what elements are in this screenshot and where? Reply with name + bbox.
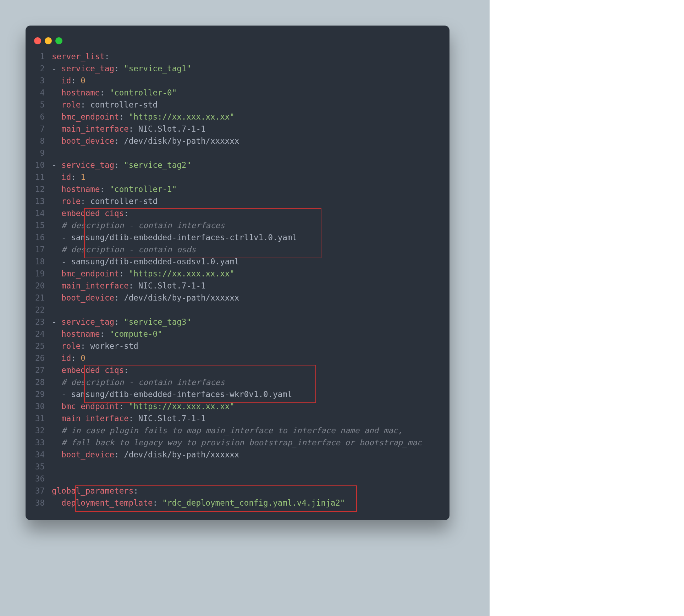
code-token: :	[81, 341, 90, 351]
code-line: 38 deployment_template: "rdc_deployment_…	[26, 498, 449, 510]
line-content: boot_device: /dev/disk/by-path/xxxxxx	[52, 293, 449, 302]
line-content: bmc_endpoint: "https://xx.xxx.xx.xx"	[52, 402, 449, 411]
code-token: "https://xx.xxx.xx.xx"	[129, 269, 235, 278]
code-line: 13 role: controller-std	[26, 197, 449, 209]
code-token	[52, 76, 61, 85]
code-token: "rdc_deployment_config.yaml.v4.jinja2"	[162, 498, 345, 507]
code-token: "service_tag3"	[124, 317, 191, 326]
line-content: - service_tag: "service_tag3"	[52, 317, 449, 326]
code-token: /dev/disk/by-path/xxxxxx	[124, 293, 239, 302]
code-line: 6 bmc_endpoint: "https://xx.xxx.xx.xx"	[26, 112, 449, 124]
code-token: :	[114, 136, 124, 145]
line-content: bmc_endpoint: "https://xx.xxx.xx.xx"	[52, 269, 449, 278]
line-content: - service_tag: "service_tag2"	[52, 160, 449, 170]
code-line: 34 boot_device: /dev/disk/by-path/xxxxxx	[26, 450, 449, 462]
code-line: 21 boot_device: /dev/disk/by-path/xxxxxx	[26, 293, 449, 305]
code-line: 35	[26, 462, 449, 474]
code-token: main_interface	[61, 414, 129, 423]
line-content: id: 0	[52, 353, 449, 363]
code-line: 12 hostname: "controller-1"	[26, 185, 449, 197]
code-token: id	[61, 172, 71, 182]
code-token: 1	[81, 172, 86, 182]
code-token: # in case plugin fails to map main_inter…	[61, 426, 403, 435]
code-token: # fall back to legacy way to provision b…	[61, 438, 422, 447]
code-line: 27 embedded_ciqs:	[26, 365, 449, 378]
line-content: # description - contain interfaces	[52, 378, 449, 387]
line-number: 25	[26, 341, 52, 351]
code-token: :	[119, 112, 129, 121]
code-line: 33 # fall back to legacy way to provisio…	[26, 438, 449, 450]
code-line: 36	[26, 474, 449, 486]
line-content: boot_device: /dev/disk/by-path/xxxxxx	[52, 136, 449, 145]
code-line: 5 role: controller-std	[26, 100, 449, 112]
code-token: :	[129, 414, 138, 423]
code-token: NIC.Slot.7-1-1	[138, 124, 206, 133]
line-number: 6	[26, 112, 52, 121]
line-content: id: 1	[52, 172, 449, 182]
maximize-icon[interactable]	[55, 37, 62, 44]
code-token: :	[133, 486, 138, 495]
code-token	[52, 136, 61, 145]
code-token: 0	[81, 353, 86, 363]
code-token: hostname	[61, 185, 100, 194]
line-content: # description - contain osds	[52, 245, 449, 254]
line-number: 22	[26, 305, 52, 314]
code-token: # description - contain interfaces	[61, 378, 225, 387]
code-token: boot_device	[61, 293, 114, 302]
line-number: 23	[26, 317, 52, 326]
code-token: bmc_endpoint	[61, 112, 119, 121]
code-token: -	[52, 64, 61, 73]
line-content: boot_device: /dev/disk/by-path/xxxxxx	[52, 450, 449, 459]
line-number: 18	[26, 257, 52, 266]
code-token: :	[114, 317, 124, 326]
line-content: hostname: "controller-1"	[52, 185, 449, 194]
code-token: controller-std	[90, 197, 158, 206]
page: 1server_list:2- service_tag: "service_ta…	[0, 0, 684, 616]
code-token: role	[61, 100, 81, 109]
code-token	[52, 88, 61, 97]
line-number: 33	[26, 438, 52, 447]
code-token: :	[81, 100, 90, 109]
code-token: boot_device	[61, 450, 114, 459]
code-line: 2- service_tag: "service_tag1"	[26, 64, 449, 76]
line-number: 34	[26, 450, 52, 459]
minimize-icon[interactable]	[45, 37, 52, 44]
code-line: 31 main_interface: NIC.Slot.7-1-1	[26, 414, 449, 426]
line-content: hostname: "controller-0"	[52, 88, 449, 97]
code-token	[52, 341, 61, 351]
line-number: 11	[26, 172, 52, 182]
code-token: :	[81, 197, 90, 206]
code-token: "https://xx.xxx.xx.xx"	[129, 112, 235, 121]
code-token: service_tag	[61, 160, 114, 170]
code-line: 25 role: worker-std	[26, 341, 449, 353]
line-number: 28	[26, 378, 52, 387]
line-content: role: worker-std	[52, 341, 449, 351]
code-token	[52, 402, 61, 411]
line-number: 24	[26, 329, 52, 339]
code-token: hostname	[61, 88, 100, 97]
code-line: 18 - samsung/dtib-embedded-osdsv1.0.yaml	[26, 257, 449, 269]
line-content: embedded_ciqs:	[52, 365, 449, 375]
code-token: "compute-0"	[110, 329, 162, 339]
code-token	[52, 172, 61, 182]
code-token: -	[61, 233, 71, 242]
line-content: deployment_template: "rdc_deployment_con…	[52, 498, 449, 507]
code-line: 30 bmc_endpoint: "https://xx.xxx.xx.xx"	[26, 402, 449, 414]
line-number: 35	[26, 462, 52, 471]
code-token: "service_tag1"	[124, 64, 191, 73]
line-content: # in case plugin fails to map main_inter…	[52, 426, 449, 435]
line-content: embedded_ciqs:	[52, 209, 449, 218]
line-number: 36	[26, 474, 52, 483]
code-line: 32 # in case plugin fails to map main_in…	[26, 426, 449, 438]
line-number: 30	[26, 402, 52, 411]
code-token	[52, 209, 61, 218]
code-token	[52, 329, 61, 339]
code-token: :	[105, 52, 110, 61]
code-line: 23- service_tag: "service_tag3"	[26, 317, 449, 329]
code-token: :	[114, 160, 124, 170]
code-token: -	[61, 390, 71, 399]
code-token: :	[100, 185, 109, 194]
code-token: "https://xx.xxx.xx.xx"	[129, 402, 235, 411]
close-icon[interactable]	[34, 37, 41, 44]
line-content: main_interface: NIC.Slot.7-1-1	[52, 281, 449, 290]
